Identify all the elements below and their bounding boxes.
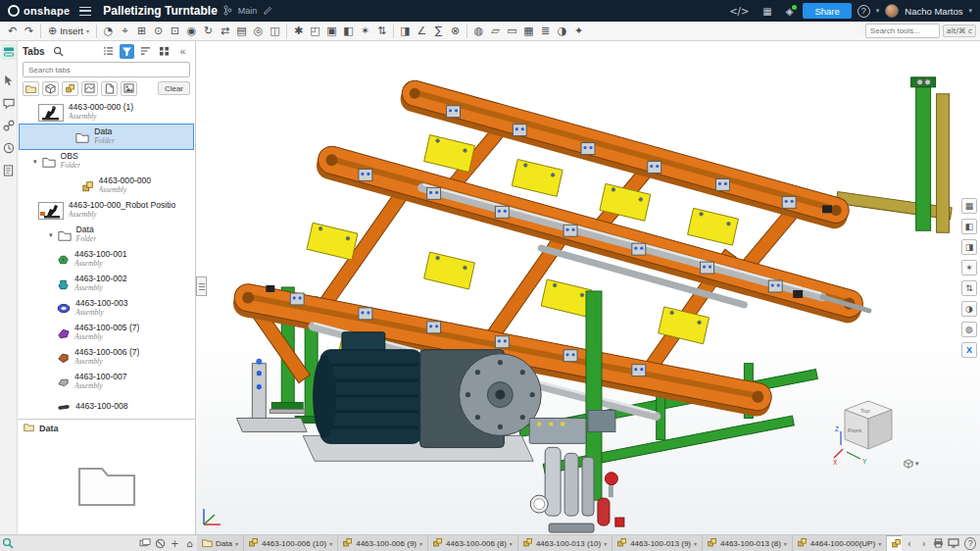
document-tab[interactable]: 4463-100-013 (10)▾ <box>518 535 612 551</box>
standard-content-icon[interactable]: ✱ <box>290 23 307 39</box>
document-tab[interactable]: Data▾ <box>197 535 244 551</box>
print-icon[interactable] <box>931 536 946 551</box>
panels-icon[interactable]: ▦ <box>759 6 775 17</box>
view-cube[interactable]: Top Front Z X Y <box>831 396 902 467</box>
user-menu-caret-icon[interactable]: ▾ <box>968 7 972 15</box>
revolute-mate-icon[interactable]: ↻ <box>200 23 217 39</box>
measure-icon[interactable]: ∠ <box>414 23 430 39</box>
tabs-search-input[interactable] <box>23 62 190 77</box>
mass-properties-icon[interactable]: ∑ <box>430 23 447 39</box>
appearance-panel-button[interactable]: ◑ <box>961 301 977 317</box>
filter-icon[interactable] <box>120 44 134 59</box>
tab-tree-item[interactable]: 4463-100-005 (7)Assembly <box>20 321 193 345</box>
follow-mode-icon[interactable] <box>1 73 17 88</box>
tab-menu-caret-icon[interactable]: ▾ <box>419 540 422 547</box>
document-tab[interactable]: 4463-100-013 (9)▾ <box>612 535 703 551</box>
tab-menu-caret-icon[interactable]: ▾ <box>510 540 513 547</box>
exploded-views-button[interactable]: ✶ <box>961 260 977 276</box>
snapshot-icon[interactable]: ▣ <box>323 23 340 39</box>
mirror-icon[interactable]: ◫ <box>267 23 283 39</box>
hidden-items-button[interactable]: ◍ <box>961 322 977 337</box>
release-notes-icon[interactable] <box>1 163 17 178</box>
tab-tree-item[interactable]: 4463-100-002Assembly <box>20 272 193 296</box>
collapse-panel-icon[interactable]: « <box>175 44 190 59</box>
named-views-button[interactable]: ◧ <box>961 219 977 234</box>
view-cube-menu-button[interactable]: ▾ <box>904 457 923 470</box>
display-states-icon[interactable]: ◧ <box>340 23 357 39</box>
filter-drawing-chip[interactable] <box>81 81 98 96</box>
exploded-view-icon[interactable]: ✶ <box>357 23 373 39</box>
list-view-icon[interactable] <box>101 44 116 59</box>
fastened-mate-icon[interactable]: ◉ <box>183 23 200 39</box>
tab-tree-item[interactable]: ▾OBSFolder <box>20 149 193 174</box>
named-positions-button[interactable]: ⇅ <box>961 280 977 296</box>
document-tab[interactable]: 4464-100-000(Default)▾ <box>887 535 902 551</box>
search-tools-input[interactable] <box>865 24 940 38</box>
main-menu-icon[interactable] <box>79 7 91 16</box>
filter-image-chip[interactable] <box>121 81 137 96</box>
tab-menu-caret-icon[interactable]: ▾ <box>694 540 697 547</box>
shared-links-icon[interactable] <box>1 118 17 133</box>
tab-menu-caret-icon[interactable]: ▾ <box>784 540 787 547</box>
document-tab[interactable]: 4463-100-013 (8)▾ <box>703 535 793 551</box>
filter-assembly-chip[interactable] <box>62 81 78 96</box>
group-mates-icon[interactable]: ⊞ <box>133 23 150 39</box>
rename-icon[interactable] <box>263 2 272 20</box>
display-settings-icon[interactable] <box>946 536 960 551</box>
mate-connector-icon[interactable]: ⊙ <box>150 23 167 39</box>
share-button[interactable]: Share <box>803 3 851 19</box>
tab-menu-caret-icon[interactable]: ▾ <box>235 540 238 547</box>
configurations-icon[interactable]: ✦ <box>570 23 587 39</box>
bom-table-button[interactable]: X <box>961 342 977 358</box>
appearance-icon[interactable]: ◑ <box>554 23 570 39</box>
sheet-metal-icon[interactable]: ▱ <box>487 23 504 39</box>
tab-tree-item[interactable]: DataFolder <box>20 125 193 149</box>
tab-tree-item[interactable]: 4463-000-000 (1)Assembly <box>20 100 193 125</box>
grid-view-icon[interactable] <box>157 44 172 59</box>
scroll-tabs-right-button[interactable]: › <box>916 536 931 551</box>
user-avatar[interactable] <box>885 4 899 18</box>
help-menu-caret-icon[interactable]: ▾ <box>876 7 880 15</box>
tab-tree-item[interactable]: 4463-100-006 (7)Assembly <box>20 345 193 370</box>
offline-status-icon[interactable]: ◔ <box>100 23 117 39</box>
viewport-3d[interactable]: ▦◧◨✶⇅◑◍X Top Front Z X Y ▾ <box>196 41 980 534</box>
tab-tree-item[interactable]: 4463-000-000Assembly <box>20 174 193 198</box>
featurescript-code-icon[interactable]: </> <box>725 6 753 17</box>
filter-folder-chip[interactable] <box>23 81 39 96</box>
filter-part-studio-chip[interactable] <box>42 81 59 96</box>
section-view-icon[interactable]: ◨ <box>397 23 414 39</box>
panel-resize-handle[interactable] <box>196 276 207 296</box>
named-positions-icon[interactable]: ⇅ <box>373 23 390 39</box>
tables-icon[interactable]: ▦ <box>520 23 537 39</box>
linear-pattern-icon[interactable]: ▤ <box>233 23 250 39</box>
tab-tree-item[interactable]: 4463-100-008 <box>20 394 193 419</box>
insert-tool-button[interactable]: ⊕Insert▾ <box>44 23 93 40</box>
sort-icon[interactable] <box>138 44 153 59</box>
bottom-panel-icon[interactable] <box>0 537 16 549</box>
scroll-tabs-left-button[interactable]: ‹ <box>902 536 916 551</box>
mate-icon[interactable]: ⌖ <box>117 23 133 39</box>
expand-chevron-icon[interactable]: ▾ <box>33 158 37 166</box>
tabs-manager-icon[interactable] <box>1 44 17 60</box>
learning-center-icon[interactable]: ◈ <box>782 6 798 17</box>
circular-pattern-icon[interactable]: ◎ <box>250 23 267 39</box>
interference-icon[interactable]: ⊗ <box>447 23 464 39</box>
tab-tree-item[interactable]: 4463-100-001Assembly <box>20 247 193 272</box>
clear-filters-button[interactable]: Clear <box>158 81 190 95</box>
expand-chevron-icon[interactable]: ▾ <box>49 231 53 239</box>
help-button[interactable]: ? <box>964 537 976 550</box>
tab-menu-caret-icon[interactable]: ▾ <box>604 540 607 547</box>
history-icon[interactable] <box>1 140 17 156</box>
redo-icon[interactable]: ↷ <box>21 23 37 39</box>
document-tab[interactable]: 4464-100-000(UP)▾ <box>793 535 887 551</box>
undo-icon[interactable]: ↶ <box>4 23 21 39</box>
add-tab-button[interactable]: + <box>168 536 182 551</box>
tab-tree-item[interactable]: 4463-100-000_Robot PositioAssembly <box>20 198 193 223</box>
sync-status-icon[interactable] <box>153 536 168 551</box>
tab-tree-item[interactable]: 4463-100-007Assembly <box>20 370 193 394</box>
comments-icon[interactable] <box>1 95 17 111</box>
slideshow-icon[interactable] <box>138 536 153 551</box>
document-tab[interactable]: 4463-100-006 (10)▾ <box>244 535 338 551</box>
tab-tree-item[interactable]: 4463-100-003Assembly <box>20 296 193 321</box>
frame-icon[interactable]: ▭ <box>504 23 520 39</box>
